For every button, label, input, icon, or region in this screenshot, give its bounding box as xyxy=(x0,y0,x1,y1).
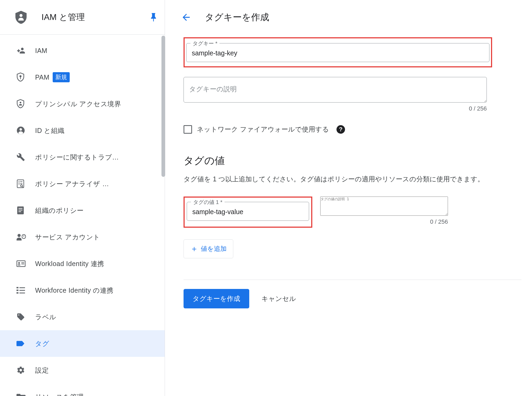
svg-point-18 xyxy=(23,236,24,237)
tag-value-1-desc-input[interactable] xyxy=(320,197,448,216)
new-badge: 新規 xyxy=(53,72,70,82)
sidebar-item-label: Workload Identity 連携 xyxy=(35,259,104,268)
svg-rect-10 xyxy=(20,183,23,184)
create-tag-key-button[interactable]: タグキーを作成 xyxy=(184,289,249,308)
sidebar-item-principal-access[interactable]: プリンシパル アクセス境界 xyxy=(0,91,165,117)
article-icon xyxy=(16,206,35,215)
sidebar-nav: IAM PAM 新規 プリンシパル アクセス境界 ID と組織 xyxy=(0,35,165,396)
tag-icon xyxy=(16,313,35,321)
shield-key-icon xyxy=(16,72,35,82)
cancel-button[interactable]: キャンセル xyxy=(261,294,296,303)
tag-value-1-label: タグの値 1 * xyxy=(191,199,225,206)
main-header: タグキーを作成 xyxy=(176,0,532,35)
sidebar-item-label: ID と組織 xyxy=(35,126,65,135)
account-circle-icon xyxy=(16,126,35,135)
form-footer: タグキーを作成 キャンセル xyxy=(184,280,521,317)
svg-rect-2 xyxy=(20,77,21,79)
add-value-label: 値を追加 xyxy=(201,244,227,253)
sidebar-item-label: PAM xyxy=(35,74,49,81)
svg-line-12 xyxy=(22,186,23,187)
svg-rect-27 xyxy=(19,290,25,291)
back-arrow-icon[interactable] xyxy=(181,12,192,23)
sidebar-item-label: IAM xyxy=(35,47,47,55)
tag-value-1-desc-count: 0 / 256 xyxy=(320,218,448,225)
tag-values-title: タグの値 xyxy=(184,154,521,168)
folder-settings-icon xyxy=(16,393,35,396)
sidebar-item-policy-analyzer[interactable]: ポリシー アナライザ … xyxy=(0,170,165,197)
sidebar-item-label: リソースを管理 xyxy=(35,393,84,396)
svg-rect-26 xyxy=(16,290,18,291)
svg-rect-8 xyxy=(20,181,23,182)
svg-rect-29 xyxy=(19,293,25,293)
sidebar-item-label: ポリシーに関するトラブ… xyxy=(35,153,119,162)
plus-icon: ＋ xyxy=(190,243,198,254)
highlight-tag-value: タグの値 1 * xyxy=(184,197,312,228)
sidebar-item-label: 設定 xyxy=(35,366,49,375)
svg-rect-9 xyxy=(19,183,20,185)
sidebar-item-workforce-identity[interactable]: Workforce Identity の連携 xyxy=(0,277,165,304)
add-user-icon xyxy=(16,47,35,54)
tag-value-1-desc-wrap: 0 / 256 xyxy=(320,197,448,225)
label-icon xyxy=(16,340,35,347)
list-icon xyxy=(16,287,35,294)
sidebar-item-manage-resources[interactable]: リソースを管理 xyxy=(0,383,165,396)
sidebar-item-service-account[interactable]: サービス アカウント xyxy=(0,224,165,250)
tag-key-desc-input[interactable] xyxy=(184,77,487,103)
sidebar-item-label: タグ xyxy=(35,339,49,348)
wrench-icon xyxy=(16,153,35,161)
sidebar-title: IAM と管理 xyxy=(41,11,150,23)
main-panel: タグキーを作成 タグキー * 0 / 256 ネットワーク ファイアウォール xyxy=(165,0,532,396)
analyze-icon xyxy=(16,179,35,188)
sidebar-item-label: 組織のポリシー xyxy=(35,206,84,215)
sidebar-item-iam[interactable]: IAM xyxy=(0,37,165,64)
sidebar-item-org-policy[interactable]: 組織のポリシー xyxy=(0,197,165,224)
svg-point-0 xyxy=(19,14,22,17)
gear-icon xyxy=(16,366,35,374)
help-icon[interactable]: ? xyxy=(336,125,345,134)
svg-rect-14 xyxy=(19,208,23,209)
sidebar-header: IAM と管理 xyxy=(0,0,165,35)
sidebar-item-label: ラベル xyxy=(35,313,56,321)
svg-point-17 xyxy=(18,234,21,237)
sidebar-item-workload-identity[interactable]: Workload Identity 連携 xyxy=(0,250,165,277)
sidebar-item-label: Workforce Identity の連携 xyxy=(35,286,114,295)
svg-rect-25 xyxy=(19,287,25,288)
sidebar: IAM と管理 IAM PAM 新規 xyxy=(0,0,165,396)
svg-rect-22 xyxy=(21,262,24,263)
sidebar-item-identity-org[interactable]: ID と組織 xyxy=(0,117,165,144)
iam-admin-icon xyxy=(15,11,34,24)
shield-account-icon xyxy=(16,99,35,109)
page-title: タグキーを作成 xyxy=(205,11,269,23)
sidebar-item-tags[interactable]: タグ xyxy=(0,330,165,357)
pin-icon[interactable] xyxy=(150,13,157,22)
service-account-icon xyxy=(16,234,35,240)
tag-key-label: タグキー * xyxy=(190,40,219,47)
svg-rect-21 xyxy=(18,264,20,266)
tag-value-1-field-wrap: タグの値 1 * xyxy=(187,202,309,221)
sidebar-item-label: サービス アカウント xyxy=(35,233,100,242)
svg-point-20 xyxy=(18,262,20,264)
svg-rect-15 xyxy=(19,210,23,210)
sidebar-item-policy-trouble[interactable]: ポリシーに関するトラブ… xyxy=(0,144,165,170)
tag-value-row-1: タグの値 1 * 0 / 256 xyxy=(184,197,521,228)
firewall-checkbox-label: ネットワーク ファイアウォールで使用する xyxy=(197,125,329,134)
svg-rect-16 xyxy=(19,211,21,212)
svg-point-5 xyxy=(19,128,22,130)
svg-rect-23 xyxy=(21,264,24,264)
card-icon xyxy=(16,260,35,267)
firewall-checkbox[interactable] xyxy=(184,125,192,134)
sidebar-item-label: プリンシパル アクセス境界 xyxy=(35,100,121,108)
svg-rect-24 xyxy=(16,287,18,288)
svg-point-3 xyxy=(20,102,21,103)
highlight-tag-key: タグキー * xyxy=(184,37,492,67)
sidebar-item-settings[interactable]: 設定 xyxy=(0,357,165,383)
svg-rect-7 xyxy=(19,181,20,182)
sidebar-item-label: ポリシー アナライザ … xyxy=(35,179,109,188)
tag-key-desc-wrap xyxy=(184,77,521,104)
firewall-checkbox-row: ネットワーク ファイアウォールで使用する ? xyxy=(184,125,521,134)
sidebar-item-labels[interactable]: ラベル xyxy=(0,304,165,330)
add-value-button[interactable]: ＋ 値を追加 xyxy=(184,239,233,258)
sidebar-item-pam[interactable]: PAM 新規 xyxy=(0,64,165,91)
tag-key-input[interactable] xyxy=(186,43,489,62)
tag-key-field-wrap: タグキー * xyxy=(186,43,489,62)
